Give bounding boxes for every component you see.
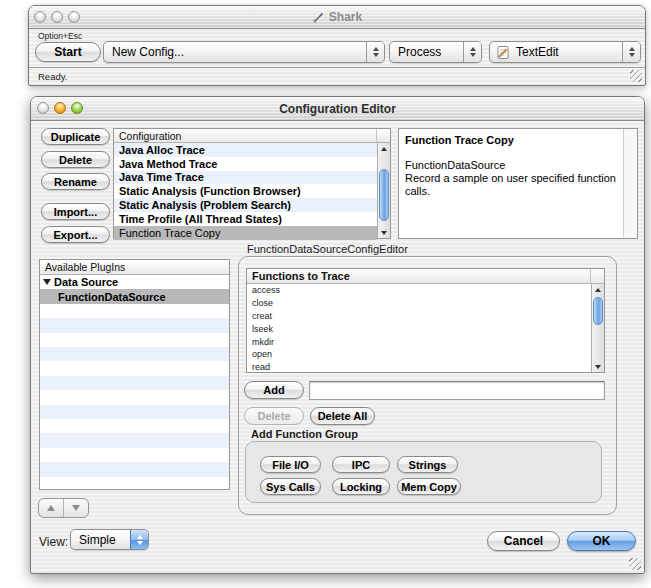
popup-stepper-icon — [622, 42, 640, 62]
configuration-scrollbar[interactable] — [377, 143, 390, 238]
scroll-down-icon[interactable] — [592, 361, 604, 372]
function-item[interactable]: read — [247, 361, 591, 374]
down-arrow-icon — [72, 505, 80, 511]
scrollbar-thumb[interactable] — [593, 297, 603, 325]
function-item[interactable]: close — [247, 297, 591, 310]
rename-button[interactable]: Rename — [41, 173, 110, 190]
config-description-panel: Function Trace Copy FunctionDataSource R… — [398, 128, 638, 239]
shark-titlebar[interactable]: Shark — [29, 6, 645, 29]
list-item[interactable]: Time Profile (All Thread States) — [114, 212, 377, 226]
group-file-io-button[interactable]: File I/O — [260, 456, 321, 473]
scrollbar-thumb[interactable] — [379, 169, 389, 221]
list-item[interactable]: Static Analysis (Problem Search) — [114, 198, 377, 212]
shark-window: Shark Option+Esc Start New Config... Pro… — [28, 5, 646, 86]
start-button[interactable]: Start — [35, 42, 101, 62]
config-popup[interactable]: New Config... — [103, 41, 385, 63]
group-strings-button[interactable]: Strings — [397, 456, 458, 473]
list-item-selected[interactable]: Function Trace Copy — [114, 226, 377, 240]
functions-to-trace-list: Functions to Trace access close creat ls… — [246, 268, 605, 373]
move-down-button[interactable] — [64, 499, 88, 517]
plugins-header-label: Available PlugIns — [45, 261, 125, 273]
delete-button[interactable]: Delete — [41, 151, 110, 168]
group-mem-copy-button[interactable]: Mem Copy — [397, 478, 461, 495]
configuration-list: Configuration Java Alloc Trace Java Meth… — [113, 128, 391, 239]
config-popup-value: New Config... — [104, 45, 366, 59]
list-item[interactable]: Java Time Trace — [114, 171, 377, 185]
plugin-group-row[interactable]: Data Source — [40, 275, 229, 289]
functions-header-label: Functions to Trace — [252, 270, 350, 282]
function-item[interactable]: open — [247, 348, 591, 361]
list-item[interactable]: Static Analysis (Function Browser) — [114, 184, 377, 198]
function-item[interactable]: mkdir — [247, 335, 591, 348]
export-button[interactable]: Export... — [41, 226, 110, 243]
scroll-up-icon[interactable] — [592, 284, 604, 295]
delete-all-button[interactable]: Delete All — [310, 407, 375, 425]
functions-rows: access close creat lseek mkdir open read — [247, 284, 591, 372]
plugins-rows: Data Source FunctionDataSource — [40, 275, 229, 489]
plugin-editor-label: FunctionDataSourceConfigEditor — [247, 243, 408, 255]
target-app-value: TextEdit — [511, 45, 622, 59]
process-popup[interactable]: Process — [389, 41, 482, 63]
duplicate-button[interactable]: Duplicate — [41, 128, 110, 145]
textedit-icon — [496, 45, 511, 60]
resize-handle[interactable] — [629, 558, 641, 570]
scroll-down-icon[interactable] — [378, 227, 390, 238]
configuration-header-label: Configuration — [119, 130, 181, 142]
header-divider — [376, 129, 377, 142]
plugin-group-label: Data Source — [54, 276, 118, 288]
editor-title-text: Configuration Editor — [279, 102, 396, 116]
view-popup-value: Simple — [71, 533, 130, 547]
scroll-up-icon[interactable] — [378, 143, 390, 154]
import-button[interactable]: Import... — [41, 203, 110, 220]
cancel-button[interactable]: Cancel — [487, 531, 560, 551]
list-item[interactable]: Java Alloc Trace — [114, 143, 377, 157]
configuration-list-header: Configuration — [114, 129, 390, 143]
move-up-button[interactable] — [39, 499, 64, 517]
configuration-rows: Java Alloc Trace Java Method Trace Java … — [114, 143, 377, 238]
description-title: Function Trace Copy — [405, 134, 617, 146]
plugins-list-header: Available PlugIns — [40, 260, 229, 275]
description-line2: Record a sample on user specified functi… — [405, 172, 617, 197]
disclosure-triangle-icon[interactable] — [43, 279, 51, 285]
header-divider — [590, 269, 591, 283]
description-scrollbar-track — [623, 129, 637, 238]
plugin-item-selected[interactable]: FunctionDataSource — [40, 289, 229, 303]
popup-stepper-icon — [130, 530, 148, 549]
resize-handle[interactable] — [630, 70, 642, 82]
feather-dart-icon — [312, 11, 325, 24]
desktop: Shark Option+Esc Start New Config... Pro… — [0, 0, 651, 588]
up-arrow-icon — [47, 505, 55, 511]
description-line1: FunctionDataSource — [405, 159, 617, 172]
function-item[interactable]: lseek — [247, 322, 591, 335]
shark-window-title: Shark — [29, 6, 645, 28]
status-text: Ready. — [38, 71, 67, 82]
editor-titlebar[interactable]: Configuration Editor — [31, 97, 644, 121]
group-ipc-button[interactable]: IPC — [332, 456, 390, 473]
process-popup-value: Process — [390, 45, 463, 59]
function-item[interactable]: access — [247, 284, 591, 297]
shark-statusbar: Ready. — [29, 67, 645, 85]
view-popup[interactable]: Simple — [70, 529, 149, 550]
add-function-input[interactable] — [309, 381, 605, 400]
group-sys-calls-button[interactable]: Sys Calls — [260, 478, 321, 495]
add-button[interactable]: Add — [244, 381, 304, 399]
available-plugins-list: Available PlugIns Data Source FunctionDa… — [39, 259, 230, 490]
ok-button[interactable]: OK — [567, 531, 636, 551]
configuration-editor-window: Configuration Editor Duplicate Delete Re… — [30, 96, 645, 574]
hotkey-label: Option+Esc — [38, 31, 82, 41]
popup-stepper-icon — [463, 42, 481, 62]
add-function-group-label: Add Function Group — [251, 428, 358, 440]
functions-list-header: Functions to Trace — [247, 269, 604, 284]
delete-function-button[interactable]: Delete — [244, 407, 304, 425]
shark-title-text: Shark — [329, 10, 362, 24]
group-locking-button[interactable]: Locking — [332, 478, 390, 495]
popup-stepper-icon — [366, 42, 384, 62]
functions-scrollbar[interactable] — [591, 284, 604, 372]
target-app-popup[interactable]: TextEdit — [489, 41, 641, 63]
function-item[interactable]: creat — [247, 310, 591, 323]
list-item[interactable]: Java Method Trace — [114, 157, 377, 171]
reorder-segmented-control — [38, 498, 89, 518]
editor-window-title: Configuration Editor — [31, 97, 644, 120]
view-label: View: — [39, 535, 68, 549]
